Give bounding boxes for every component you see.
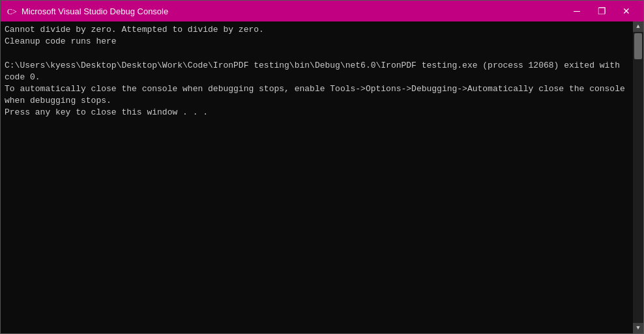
scrollbar-thumb[interactable] — [634, 33, 642, 59]
debug-console-window: C> Microsoft Visual Studio Debug Console… — [0, 0, 644, 334]
scroll-down-arrow[interactable]: ▼ — [633, 323, 643, 333]
console-area: Cannot divide by zero. Attempted to divi… — [1, 21, 643, 333]
window-title: Microsoft Visual Studio Debug Console — [22, 7, 565, 16]
console-content: Cannot divide by zero. Attempted to divi… — [1, 21, 633, 333]
restore-button[interactable]: ❐ — [590, 2, 613, 20]
scroll-up-arrow[interactable]: ▲ — [633, 21, 643, 32]
title-bar: C> Microsoft Visual Studio Debug Console… — [1, 1, 643, 21]
close-button[interactable]: ✕ — [615, 2, 638, 20]
console-output: Cannot divide by zero. Attempted to divi… — [5, 24, 629, 119]
window-controls: ─ ❐ ✕ — [565, 2, 638, 20]
svg-text:C>: C> — [7, 7, 17, 16]
minimize-button[interactable]: ─ — [565, 2, 589, 20]
scrollbar-track[interactable] — [633, 32, 643, 323]
vs-icon: C> — [6, 5, 18, 17]
scrollbar[interactable]: ▲ ▼ — [633, 21, 643, 333]
